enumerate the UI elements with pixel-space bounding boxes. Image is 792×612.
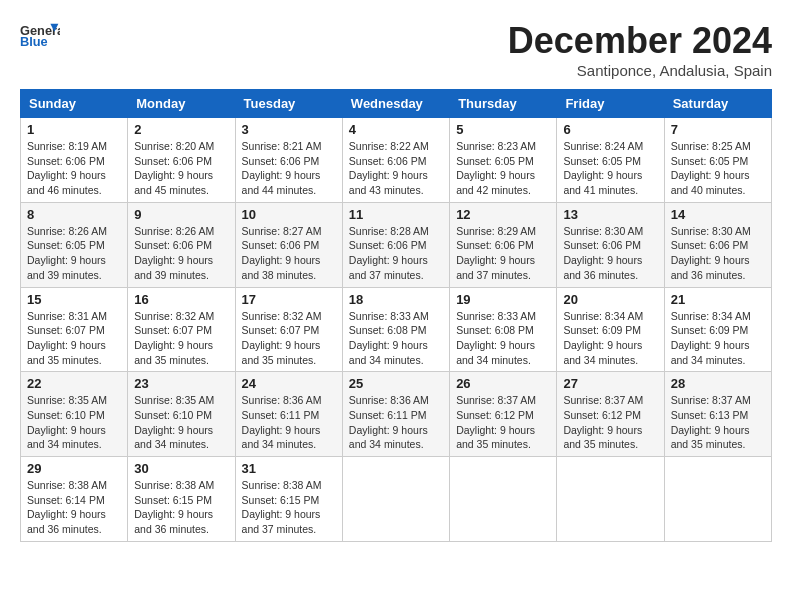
calendar-day-cell: 30Sunrise: 8:38 AM Sunset: 6:15 PM Dayli…	[128, 457, 235, 542]
calendar-day-cell: 17Sunrise: 8:32 AM Sunset: 6:07 PM Dayli…	[235, 287, 342, 372]
day-detail: Sunrise: 8:30 AM Sunset: 6:06 PM Dayligh…	[563, 224, 657, 283]
day-detail: Sunrise: 8:21 AM Sunset: 6:06 PM Dayligh…	[242, 139, 336, 198]
calendar-day-cell: 27Sunrise: 8:37 AM Sunset: 6:12 PM Dayli…	[557, 372, 664, 457]
calendar-day-cell: 7Sunrise: 8:25 AM Sunset: 6:05 PM Daylig…	[664, 118, 771, 203]
day-detail: Sunrise: 8:37 AM Sunset: 6:13 PM Dayligh…	[671, 393, 765, 452]
calendar-day-cell: 5Sunrise: 8:23 AM Sunset: 6:05 PM Daylig…	[450, 118, 557, 203]
calendar-week-row: 15Sunrise: 8:31 AM Sunset: 6:07 PM Dayli…	[21, 287, 772, 372]
day-number: 24	[242, 376, 336, 391]
calendar-table: SundayMondayTuesdayWednesdayThursdayFrid…	[20, 89, 772, 542]
day-number: 23	[134, 376, 228, 391]
calendar-week-row: 22Sunrise: 8:35 AM Sunset: 6:10 PM Dayli…	[21, 372, 772, 457]
day-detail: Sunrise: 8:30 AM Sunset: 6:06 PM Dayligh…	[671, 224, 765, 283]
calendar-day-cell: 18Sunrise: 8:33 AM Sunset: 6:08 PM Dayli…	[342, 287, 449, 372]
day-number: 3	[242, 122, 336, 137]
calendar-day-cell: 29Sunrise: 8:38 AM Sunset: 6:14 PM Dayli…	[21, 457, 128, 542]
day-detail: Sunrise: 8:31 AM Sunset: 6:07 PM Dayligh…	[27, 309, 121, 368]
day-number: 26	[456, 376, 550, 391]
calendar-day-cell: 26Sunrise: 8:37 AM Sunset: 6:12 PM Dayli…	[450, 372, 557, 457]
calendar-day-cell: 11Sunrise: 8:28 AM Sunset: 6:06 PM Dayli…	[342, 202, 449, 287]
day-detail: Sunrise: 8:29 AM Sunset: 6:06 PM Dayligh…	[456, 224, 550, 283]
day-number: 15	[27, 292, 121, 307]
day-number: 7	[671, 122, 765, 137]
day-number: 19	[456, 292, 550, 307]
calendar-header-row: SundayMondayTuesdayWednesdayThursdayFrid…	[21, 90, 772, 118]
calendar-week-row: 1Sunrise: 8:19 AM Sunset: 6:06 PM Daylig…	[21, 118, 772, 203]
day-number: 31	[242, 461, 336, 476]
day-detail: Sunrise: 8:33 AM Sunset: 6:08 PM Dayligh…	[456, 309, 550, 368]
day-detail: Sunrise: 8:32 AM Sunset: 6:07 PM Dayligh…	[242, 309, 336, 368]
calendar-day-cell	[664, 457, 771, 542]
day-detail: Sunrise: 8:20 AM Sunset: 6:06 PM Dayligh…	[134, 139, 228, 198]
day-number: 25	[349, 376, 443, 391]
subtitle: Santiponce, Andalusia, Spain	[508, 62, 772, 79]
day-detail: Sunrise: 8:25 AM Sunset: 6:05 PM Dayligh…	[671, 139, 765, 198]
header-monday: Monday	[128, 90, 235, 118]
calendar-day-cell: 25Sunrise: 8:36 AM Sunset: 6:11 PM Dayli…	[342, 372, 449, 457]
day-number: 10	[242, 207, 336, 222]
day-number: 21	[671, 292, 765, 307]
day-detail: Sunrise: 8:35 AM Sunset: 6:10 PM Dayligh…	[27, 393, 121, 452]
day-number: 9	[134, 207, 228, 222]
day-detail: Sunrise: 8:34 AM Sunset: 6:09 PM Dayligh…	[563, 309, 657, 368]
day-number: 2	[134, 122, 228, 137]
calendar-day-cell: 16Sunrise: 8:32 AM Sunset: 6:07 PM Dayli…	[128, 287, 235, 372]
day-detail: Sunrise: 8:37 AM Sunset: 6:12 PM Dayligh…	[456, 393, 550, 452]
calendar-day-cell: 23Sunrise: 8:35 AM Sunset: 6:10 PM Dayli…	[128, 372, 235, 457]
day-detail: Sunrise: 8:26 AM Sunset: 6:06 PM Dayligh…	[134, 224, 228, 283]
calendar-week-row: 29Sunrise: 8:38 AM Sunset: 6:14 PM Dayli…	[21, 457, 772, 542]
day-detail: Sunrise: 8:26 AM Sunset: 6:05 PM Dayligh…	[27, 224, 121, 283]
day-number: 14	[671, 207, 765, 222]
calendar-day-cell: 8Sunrise: 8:26 AM Sunset: 6:05 PM Daylig…	[21, 202, 128, 287]
header-saturday: Saturday	[664, 90, 771, 118]
day-detail: Sunrise: 8:33 AM Sunset: 6:08 PM Dayligh…	[349, 309, 443, 368]
calendar-week-row: 8Sunrise: 8:26 AM Sunset: 6:05 PM Daylig…	[21, 202, 772, 287]
header-thursday: Thursday	[450, 90, 557, 118]
calendar-day-cell	[342, 457, 449, 542]
day-number: 20	[563, 292, 657, 307]
calendar-day-cell: 2Sunrise: 8:20 AM Sunset: 6:06 PM Daylig…	[128, 118, 235, 203]
day-detail: Sunrise: 8:38 AM Sunset: 6:15 PM Dayligh…	[242, 478, 336, 537]
header-sunday: Sunday	[21, 90, 128, 118]
calendar-day-cell: 9Sunrise: 8:26 AM Sunset: 6:06 PM Daylig…	[128, 202, 235, 287]
calendar-day-cell: 10Sunrise: 8:27 AM Sunset: 6:06 PM Dayli…	[235, 202, 342, 287]
day-detail: Sunrise: 8:36 AM Sunset: 6:11 PM Dayligh…	[349, 393, 443, 452]
day-detail: Sunrise: 8:28 AM Sunset: 6:06 PM Dayligh…	[349, 224, 443, 283]
month-title: December 2024	[508, 20, 772, 62]
svg-text:Blue: Blue	[20, 34, 48, 49]
calendar-day-cell: 3Sunrise: 8:21 AM Sunset: 6:06 PM Daylig…	[235, 118, 342, 203]
day-detail: Sunrise: 8:36 AM Sunset: 6:11 PM Dayligh…	[242, 393, 336, 452]
day-number: 29	[27, 461, 121, 476]
day-detail: Sunrise: 8:37 AM Sunset: 6:12 PM Dayligh…	[563, 393, 657, 452]
calendar-day-cell: 22Sunrise: 8:35 AM Sunset: 6:10 PM Dayli…	[21, 372, 128, 457]
calendar-day-cell: 20Sunrise: 8:34 AM Sunset: 6:09 PM Dayli…	[557, 287, 664, 372]
calendar-day-cell: 24Sunrise: 8:36 AM Sunset: 6:11 PM Dayli…	[235, 372, 342, 457]
calendar-day-cell: 21Sunrise: 8:34 AM Sunset: 6:09 PM Dayli…	[664, 287, 771, 372]
calendar-day-cell	[450, 457, 557, 542]
day-number: 22	[27, 376, 121, 391]
calendar-day-cell: 15Sunrise: 8:31 AM Sunset: 6:07 PM Dayli…	[21, 287, 128, 372]
day-detail: Sunrise: 8:19 AM Sunset: 6:06 PM Dayligh…	[27, 139, 121, 198]
calendar-day-cell: 6Sunrise: 8:24 AM Sunset: 6:05 PM Daylig…	[557, 118, 664, 203]
day-detail: Sunrise: 8:23 AM Sunset: 6:05 PM Dayligh…	[456, 139, 550, 198]
day-number: 30	[134, 461, 228, 476]
calendar-day-cell: 13Sunrise: 8:30 AM Sunset: 6:06 PM Dayli…	[557, 202, 664, 287]
header-wednesday: Wednesday	[342, 90, 449, 118]
day-number: 5	[456, 122, 550, 137]
day-detail: Sunrise: 8:38 AM Sunset: 6:15 PM Dayligh…	[134, 478, 228, 537]
day-detail: Sunrise: 8:24 AM Sunset: 6:05 PM Dayligh…	[563, 139, 657, 198]
calendar-day-cell: 28Sunrise: 8:37 AM Sunset: 6:13 PM Dayli…	[664, 372, 771, 457]
day-detail: Sunrise: 8:35 AM Sunset: 6:10 PM Dayligh…	[134, 393, 228, 452]
calendar-day-cell: 14Sunrise: 8:30 AM Sunset: 6:06 PM Dayli…	[664, 202, 771, 287]
day-detail: Sunrise: 8:22 AM Sunset: 6:06 PM Dayligh…	[349, 139, 443, 198]
day-detail: Sunrise: 8:27 AM Sunset: 6:06 PM Dayligh…	[242, 224, 336, 283]
title-block: December 2024 Santiponce, Andalusia, Spa…	[508, 20, 772, 79]
day-number: 4	[349, 122, 443, 137]
day-number: 12	[456, 207, 550, 222]
calendar-day-cell: 31Sunrise: 8:38 AM Sunset: 6:15 PM Dayli…	[235, 457, 342, 542]
logo: General Blue	[20, 20, 64, 50]
day-number: 17	[242, 292, 336, 307]
day-number: 18	[349, 292, 443, 307]
header: General Blue December 2024 Santiponce, A…	[20, 20, 772, 79]
calendar-day-cell: 12Sunrise: 8:29 AM Sunset: 6:06 PM Dayli…	[450, 202, 557, 287]
